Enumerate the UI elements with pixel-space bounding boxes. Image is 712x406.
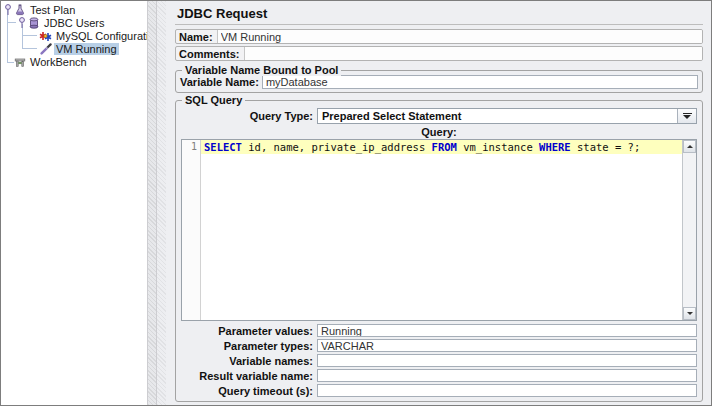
comments-input[interactable] [244, 47, 702, 60]
query-timeout-input[interactable] [317, 384, 697, 397]
sql-code-area[interactable]: SELECT id, name, private_ip_address FROM… [201, 140, 682, 320]
config-icon [39, 30, 52, 42]
query-type-label: Query Type: [181, 110, 317, 122]
sql-query-group: SQL Query Query Type: Prepared Select St… [175, 100, 703, 402]
query-caption: Query: [181, 126, 697, 139]
query-type-dropdown[interactable]: Prepared Select Statement [317, 108, 697, 124]
sql-query-text: SELECT id, name, private_ip_address FROM… [201, 140, 682, 154]
tree-vertical-scrollbar[interactable] [147, 1, 157, 405]
query-type-row: Query Type: Prepared Select Statement [181, 108, 697, 124]
parameter-values-input[interactable] [317, 324, 697, 337]
parameter-types-input[interactable] [317, 339, 697, 352]
name-row: Name: [175, 29, 703, 44]
tree-item-mysql-configuration[interactable]: MySQL Configuration [29, 29, 147, 42]
variable-names-label: Variable names: [181, 355, 317, 367]
tree-expander-spacer [3, 55, 13, 68]
tree-item-label: MySQL Configuration [54, 30, 147, 42]
parameter-values-label: Parameter values: [181, 325, 317, 337]
sql-token-plain: id, name, private_ip_address [242, 141, 432, 153]
scroll-up-icon[interactable] [683, 140, 696, 153]
jmeter-window: Test PlanJDBC UsersMySQL ConfigurationVM… [0, 0, 712, 406]
variable-names-input[interactable] [317, 354, 697, 367]
tree-item-jdbc-users[interactable]: JDBC Users [17, 16, 147, 29]
sql-token-keyword: WHERE [539, 141, 571, 153]
test-plan-tree: Test PlanJDBC UsersMySQL ConfigurationVM… [1, 1, 147, 405]
panel-splitter-handle[interactable] [157, 1, 166, 405]
thread-group-icon [27, 17, 40, 29]
query-timeout-label: Query timeout (s): [181, 385, 317, 397]
sql-query-editor[interactable]: 1 SELECT id, name, private_ip_address FR… [181, 139, 697, 321]
comments-label: Comments: [176, 47, 244, 60]
tree-item-label: JDBC Users [42, 17, 107, 29]
sql-token-keyword: FROM [432, 141, 457, 153]
jdbc-request-panel: JDBC Request Name: Comments: Variable Na… [166, 1, 711, 405]
tree-item-test-plan[interactable]: Test Plan [3, 3, 147, 16]
result-variable-name-row: Result variable name: [181, 369, 697, 382]
tree-item-workbench[interactable]: WorkBench [3, 55, 147, 68]
line-number-gutter: 1 [182, 140, 201, 320]
sampler-icon [39, 43, 52, 55]
line-number: 1 [191, 141, 197, 152]
sql-token-plain: state = ?; [571, 141, 641, 153]
parameter-types-label: Parameter types: [181, 340, 317, 352]
variable-pool-group-title: Variable Name Bound to Pool [182, 64, 341, 76]
result-variable-name-input[interactable] [317, 369, 697, 382]
tree-item-label: VM Running [54, 43, 119, 55]
title-separator [175, 24, 703, 25]
variable-names-row: Variable names: [181, 354, 697, 367]
workbench-icon [13, 56, 26, 68]
result-variable-name-label: Result variable name: [181, 370, 317, 382]
variable-name-label: Variable Name: [180, 76, 259, 88]
comments-row: Comments: [175, 46, 703, 61]
name-input[interactable] [217, 30, 702, 43]
tree-connector-line [7, 22, 16, 23]
tree-item-vm-running[interactable]: VM Running [29, 42, 147, 55]
chevron-down-icon[interactable] [677, 109, 696, 123]
variable-name-row: Variable Name: [180, 75, 698, 89]
query-timeout-row: Query timeout (s): [181, 384, 697, 397]
tree-expander-icon[interactable] [17, 16, 27, 29]
tree-expander-spacer [29, 42, 39, 55]
editor-vertical-scrollbar[interactable] [682, 140, 696, 320]
scroll-down-icon[interactable] [683, 307, 696, 320]
test-plan-icon [13, 4, 26, 16]
variable-pool-group: Variable Name Bound to Pool Variable Nam… [175, 70, 703, 93]
sql-token-plain: vm_instance [457, 141, 539, 153]
sql-token-keyword: SELECT [204, 141, 242, 153]
tree-expander-spacer [29, 29, 39, 42]
variable-name-input[interactable] [262, 75, 698, 89]
name-label: Name: [176, 30, 217, 43]
parameter-types-row: Parameter types: [181, 339, 697, 352]
tree-expander-icon[interactable] [3, 3, 13, 16]
query-type-selected-value: Prepared Select Statement [318, 109, 677, 123]
tree-item-label: WorkBench [28, 56, 89, 68]
sql-query-group-title: SQL Query [182, 94, 245, 106]
parameter-values-row: Parameter values: [181, 324, 697, 337]
page-title: JDBC Request [175, 4, 703, 22]
tree-item-label: Test Plan [28, 4, 77, 16]
